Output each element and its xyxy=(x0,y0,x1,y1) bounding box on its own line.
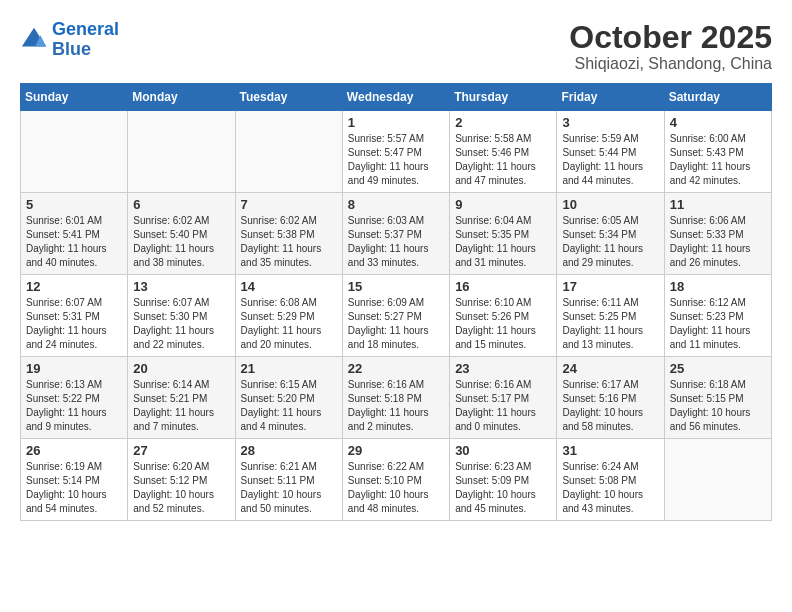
day-number: 3 xyxy=(562,115,658,130)
week-row-5: 26Sunrise: 6:19 AM Sunset: 5:14 PM Dayli… xyxy=(21,439,772,521)
page-header: General Blue October 2025 Shiqiaozi, Sha… xyxy=(20,20,772,73)
day-number: 21 xyxy=(241,361,337,376)
month-title: October 2025 xyxy=(569,20,772,55)
day-cell: 4Sunrise: 6:00 AM Sunset: 5:43 PM Daylig… xyxy=(664,111,771,193)
day-cell: 29Sunrise: 6:22 AM Sunset: 5:10 PM Dayli… xyxy=(342,439,449,521)
weekday-header-thursday: Thursday xyxy=(450,84,557,111)
day-cell: 5Sunrise: 6:01 AM Sunset: 5:41 PM Daylig… xyxy=(21,193,128,275)
day-number: 15 xyxy=(348,279,444,294)
day-cell: 1Sunrise: 5:57 AM Sunset: 5:47 PM Daylig… xyxy=(342,111,449,193)
weekday-header-friday: Friday xyxy=(557,84,664,111)
day-info: Sunrise: 6:10 AM Sunset: 5:26 PM Dayligh… xyxy=(455,296,551,352)
day-cell: 9Sunrise: 6:04 AM Sunset: 5:35 PM Daylig… xyxy=(450,193,557,275)
day-info: Sunrise: 6:16 AM Sunset: 5:18 PM Dayligh… xyxy=(348,378,444,434)
day-cell: 28Sunrise: 6:21 AM Sunset: 5:11 PM Dayli… xyxy=(235,439,342,521)
day-number: 2 xyxy=(455,115,551,130)
day-info: Sunrise: 6:16 AM Sunset: 5:17 PM Dayligh… xyxy=(455,378,551,434)
day-cell: 12Sunrise: 6:07 AM Sunset: 5:31 PM Dayli… xyxy=(21,275,128,357)
weekday-header-sunday: Sunday xyxy=(21,84,128,111)
weekday-header-tuesday: Tuesday xyxy=(235,84,342,111)
day-number: 6 xyxy=(133,197,229,212)
day-cell: 26Sunrise: 6:19 AM Sunset: 5:14 PM Dayli… xyxy=(21,439,128,521)
day-number: 7 xyxy=(241,197,337,212)
day-number: 17 xyxy=(562,279,658,294)
day-cell: 25Sunrise: 6:18 AM Sunset: 5:15 PM Dayli… xyxy=(664,357,771,439)
day-info: Sunrise: 6:15 AM Sunset: 5:20 PM Dayligh… xyxy=(241,378,337,434)
day-cell xyxy=(235,111,342,193)
day-info: Sunrise: 6:14 AM Sunset: 5:21 PM Dayligh… xyxy=(133,378,229,434)
day-cell: 18Sunrise: 6:12 AM Sunset: 5:23 PM Dayli… xyxy=(664,275,771,357)
title-block: October 2025 Shiqiaozi, Shandong, China xyxy=(569,20,772,73)
day-cell: 2Sunrise: 5:58 AM Sunset: 5:46 PM Daylig… xyxy=(450,111,557,193)
logo-line1: General xyxy=(52,19,119,39)
day-number: 25 xyxy=(670,361,766,376)
day-cell: 3Sunrise: 5:59 AM Sunset: 5:44 PM Daylig… xyxy=(557,111,664,193)
day-cell: 14Sunrise: 6:08 AM Sunset: 5:29 PM Dayli… xyxy=(235,275,342,357)
day-cell: 21Sunrise: 6:15 AM Sunset: 5:20 PM Dayli… xyxy=(235,357,342,439)
day-number: 30 xyxy=(455,443,551,458)
day-info: Sunrise: 6:13 AM Sunset: 5:22 PM Dayligh… xyxy=(26,378,122,434)
day-info: Sunrise: 6:12 AM Sunset: 5:23 PM Dayligh… xyxy=(670,296,766,352)
weekday-header-saturday: Saturday xyxy=(664,84,771,111)
day-number: 13 xyxy=(133,279,229,294)
week-row-1: 1Sunrise: 5:57 AM Sunset: 5:47 PM Daylig… xyxy=(21,111,772,193)
day-info: Sunrise: 6:02 AM Sunset: 5:40 PM Dayligh… xyxy=(133,214,229,270)
weekday-header-monday: Monday xyxy=(128,84,235,111)
day-number: 4 xyxy=(670,115,766,130)
calendar: SundayMondayTuesdayWednesdayThursdayFrid… xyxy=(20,83,772,521)
day-cell: 11Sunrise: 6:06 AM Sunset: 5:33 PM Dayli… xyxy=(664,193,771,275)
day-number: 9 xyxy=(455,197,551,212)
weekday-header-row: SundayMondayTuesdayWednesdayThursdayFrid… xyxy=(21,84,772,111)
day-info: Sunrise: 6:21 AM Sunset: 5:11 PM Dayligh… xyxy=(241,460,337,516)
day-number: 14 xyxy=(241,279,337,294)
day-info: Sunrise: 6:08 AM Sunset: 5:29 PM Dayligh… xyxy=(241,296,337,352)
day-cell: 31Sunrise: 6:24 AM Sunset: 5:08 PM Dayli… xyxy=(557,439,664,521)
logo-line2: Blue xyxy=(52,39,91,59)
day-number: 12 xyxy=(26,279,122,294)
day-number: 18 xyxy=(670,279,766,294)
day-info: Sunrise: 6:22 AM Sunset: 5:10 PM Dayligh… xyxy=(348,460,444,516)
day-info: Sunrise: 6:07 AM Sunset: 5:31 PM Dayligh… xyxy=(26,296,122,352)
weekday-header-wednesday: Wednesday xyxy=(342,84,449,111)
day-cell: 27Sunrise: 6:20 AM Sunset: 5:12 PM Dayli… xyxy=(128,439,235,521)
day-number: 31 xyxy=(562,443,658,458)
day-cell xyxy=(128,111,235,193)
day-cell: 17Sunrise: 6:11 AM Sunset: 5:25 PM Dayli… xyxy=(557,275,664,357)
day-info: Sunrise: 5:57 AM Sunset: 5:47 PM Dayligh… xyxy=(348,132,444,188)
day-cell: 23Sunrise: 6:16 AM Sunset: 5:17 PM Dayli… xyxy=(450,357,557,439)
day-number: 20 xyxy=(133,361,229,376)
day-info: Sunrise: 6:19 AM Sunset: 5:14 PM Dayligh… xyxy=(26,460,122,516)
day-info: Sunrise: 6:24 AM Sunset: 5:08 PM Dayligh… xyxy=(562,460,658,516)
location-title: Shiqiaozi, Shandong, China xyxy=(569,55,772,73)
day-number: 28 xyxy=(241,443,337,458)
day-number: 23 xyxy=(455,361,551,376)
logo-icon xyxy=(20,26,48,54)
week-row-2: 5Sunrise: 6:01 AM Sunset: 5:41 PM Daylig… xyxy=(21,193,772,275)
day-number: 26 xyxy=(26,443,122,458)
day-cell: 30Sunrise: 6:23 AM Sunset: 5:09 PM Dayli… xyxy=(450,439,557,521)
day-number: 11 xyxy=(670,197,766,212)
day-cell: 19Sunrise: 6:13 AM Sunset: 5:22 PM Dayli… xyxy=(21,357,128,439)
day-info: Sunrise: 6:09 AM Sunset: 5:27 PM Dayligh… xyxy=(348,296,444,352)
logo: General Blue xyxy=(20,20,119,60)
day-info: Sunrise: 6:07 AM Sunset: 5:30 PM Dayligh… xyxy=(133,296,229,352)
day-cell: 6Sunrise: 6:02 AM Sunset: 5:40 PM Daylig… xyxy=(128,193,235,275)
day-number: 16 xyxy=(455,279,551,294)
day-number: 29 xyxy=(348,443,444,458)
day-cell: 20Sunrise: 6:14 AM Sunset: 5:21 PM Dayli… xyxy=(128,357,235,439)
day-number: 5 xyxy=(26,197,122,212)
day-info: Sunrise: 5:59 AM Sunset: 5:44 PM Dayligh… xyxy=(562,132,658,188)
day-cell: 22Sunrise: 6:16 AM Sunset: 5:18 PM Dayli… xyxy=(342,357,449,439)
day-cell xyxy=(21,111,128,193)
day-info: Sunrise: 6:06 AM Sunset: 5:33 PM Dayligh… xyxy=(670,214,766,270)
day-info: Sunrise: 6:03 AM Sunset: 5:37 PM Dayligh… xyxy=(348,214,444,270)
day-number: 19 xyxy=(26,361,122,376)
day-number: 10 xyxy=(562,197,658,212)
week-row-3: 12Sunrise: 6:07 AM Sunset: 5:31 PM Dayli… xyxy=(21,275,772,357)
day-number: 27 xyxy=(133,443,229,458)
day-info: Sunrise: 5:58 AM Sunset: 5:46 PM Dayligh… xyxy=(455,132,551,188)
day-info: Sunrise: 6:20 AM Sunset: 5:12 PM Dayligh… xyxy=(133,460,229,516)
day-number: 24 xyxy=(562,361,658,376)
logo-text: General Blue xyxy=(52,20,119,60)
day-number: 8 xyxy=(348,197,444,212)
